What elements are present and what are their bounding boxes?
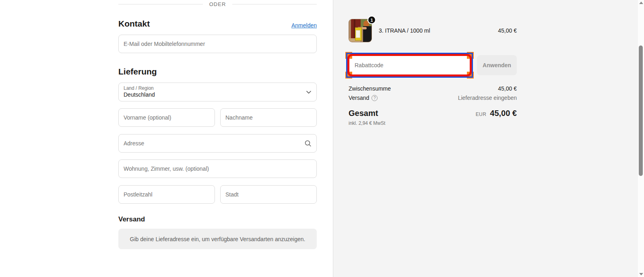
scrollbar-up-arrow-icon[interactable] [639, 2, 643, 4]
shipping-row: Versand ? Lieferadresse eingeben [349, 95, 517, 101]
country-select[interactable]: Land / Region Deutschland [118, 83, 317, 101]
shipping-value: Lieferadresse eingeben [458, 95, 517, 101]
divider-line [118, 4, 203, 4]
first-name-field[interactable] [118, 108, 215, 127]
total-label: Gesamt [349, 109, 378, 118]
subtotal-value: 45,00 € [498, 85, 517, 92]
annotation-corner-marker [467, 52, 474, 59]
or-divider: ODER [118, 0, 317, 7]
cart-item-row: 1 3. ITRANA / 1000 ml 45,00 € [349, 19, 517, 42]
order-summary-panel: 1 3. ITRANA / 1000 ml 45,00 € Anwenden [333, 0, 638, 277]
quantity-badge: 1 [367, 16, 376, 24]
shipping-notice: Gib deine Lieferadresse ein, um verfügba… [118, 229, 317, 249]
annotation-corner-marker [345, 52, 352, 59]
discount-row: Anwenden [349, 55, 517, 75]
country-select-value: Deutschland [124, 91, 302, 99]
shipping-method-heading: Versand [118, 215, 317, 223]
apartment-field[interactable] [118, 159, 317, 178]
tax-note: inkl. 2,94 € MwSt [349, 120, 517, 126]
apply-discount-button[interactable]: Anwenden [477, 55, 517, 75]
product-price: 45,00 € [498, 27, 517, 34]
total-row: Gesamt EUR 45,00 € [349, 109, 517, 118]
last-name-field[interactable] [220, 108, 317, 127]
shipping-label: Versand [349, 95, 369, 101]
scrollbar-down-arrow-icon[interactable] [639, 273, 643, 275]
zip-field[interactable] [118, 185, 215, 204]
or-divider-label: ODER [209, 1, 226, 7]
city-field[interactable] [220, 185, 317, 204]
delivery-heading: Lieferung [118, 67, 317, 76]
product-thumbnail: 1 [349, 19, 372, 42]
annotation-corner-marker [345, 72, 352, 79]
total-value: 45,00 € [490, 109, 517, 118]
product-title: 3. ITRANA / 1000 ml [379, 27, 498, 34]
annotation-corner-marker [467, 72, 474, 79]
address-field[interactable] [118, 134, 317, 153]
scrollbar-thumb[interactable] [639, 45, 643, 176]
discount-field-annotated [349, 55, 471, 75]
scrollbar-track[interactable] [638, 0, 644, 277]
discount-code-input[interactable] [349, 55, 471, 75]
checkout-page: ODER Kontakt Anmelden Lieferung Land / R… [0, 0, 644, 277]
chevron-down-icon [305, 89, 312, 96]
shipping-notice-text: Gib deine Lieferadresse ein, um verfügba… [130, 236, 305, 242]
divider-line [232, 4, 317, 4]
question-mark-icon[interactable]: ? [372, 95, 378, 101]
subtotal-row: Zwischensumme 45,00 € [349, 85, 517, 92]
total-currency: EUR [476, 112, 487, 117]
subtotal-label: Zwischensumme [349, 85, 391, 92]
checkout-form-panel: ODER Kontakt Anmelden Lieferung Land / R… [0, 0, 333, 277]
contact-heading: Kontakt [118, 19, 150, 29]
email-field[interactable] [118, 35, 317, 53]
country-select-label: Land / Region [124, 85, 302, 91]
sign-in-link[interactable]: Anmelden [291, 22, 317, 29]
